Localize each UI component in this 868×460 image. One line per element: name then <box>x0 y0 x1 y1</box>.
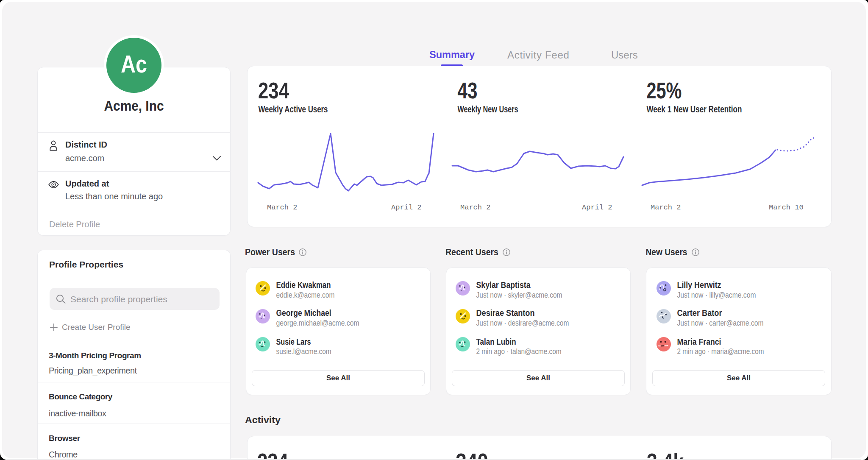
svg-text:susie.l@acme.com: susie.l@acme.com <box>276 347 331 356</box>
svg-text:3.4k: 3.4k <box>647 449 684 460</box>
svg-text:George Michael: George Michael <box>276 308 331 318</box>
svg-text:240: 240 <box>456 449 488 460</box>
svg-text:Carter Bator: Carter Bator <box>677 308 722 318</box>
svg-text:234: 234 <box>258 78 289 103</box>
svg-text:Recent Users: Recent Users <box>445 247 498 257</box>
svg-text:25%: 25% <box>647 78 682 103</box>
svg-text:Maria Franci: Maria Franci <box>677 337 721 346</box>
svg-text:43: 43 <box>458 78 478 103</box>
svg-text:Just now · desirare@acme.com: Just now · desirare@acme.com <box>476 318 569 327</box>
svg-text:Activity: Activity <box>245 415 281 425</box>
svg-text:Just now · skyler@acme.com: Just now · skyler@acme.com <box>476 290 562 299</box>
svg-text:2 min ago · talan@acme.com: 2 min ago · talan@acme.com <box>476 347 562 356</box>
svg-text:Weekly Active Users: Weekly Active Users <box>259 104 328 114</box>
svg-text:Power Users: Power Users <box>245 247 295 257</box>
svg-text:234: 234 <box>257 449 288 460</box>
svg-text:New Users: New Users <box>646 247 687 257</box>
svg-text:Desirae Stanton: Desirae Stanton <box>476 308 535 318</box>
svg-text:Eddie Kwakman: Eddie Kwakman <box>276 280 331 290</box>
svg-text:Just now · lilly@acme.com: Just now · lilly@acme.com <box>677 290 756 299</box>
svg-text:Talan Lubin: Talan Lubin <box>476 337 516 346</box>
svg-text:Skylar Baptista: Skylar Baptista <box>476 280 531 290</box>
svg-text:Week 1 New User Retention: Week 1 New User Retention <box>647 104 742 114</box>
svg-text:2 min ago · maria@acme.com: 2 min ago · maria@acme.com <box>677 347 764 356</box>
svg-text:Weekly New Users: Weekly New Users <box>458 104 518 114</box>
svg-text:george.michael@acme.com: george.michael@acme.com <box>276 318 359 327</box>
svg-text:eddie.k@acme.com: eddie.k@acme.com <box>276 290 335 299</box>
svg-text:Acme, Inc: Acme, Inc <box>104 98 164 114</box>
svg-text:Susie Lars: Susie Lars <box>276 337 311 346</box>
svg-text:Just now · carter@acme.com: Just now · carter@acme.com <box>677 318 764 327</box>
svg-text:Lilly Herwitz: Lilly Herwitz <box>677 280 721 290</box>
svg-text:Ac: Ac <box>121 50 147 78</box>
